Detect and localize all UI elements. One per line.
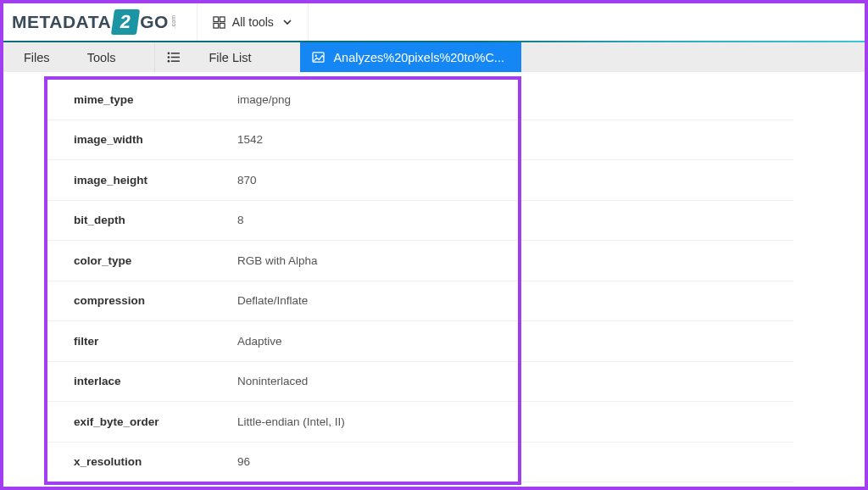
metadata-row: image_height870: [47, 160, 793, 201]
logo-text-pre: METADATA: [12, 12, 111, 32]
metadata-row: mime_typeimage/png: [47, 80, 793, 120]
svg-point-4: [168, 53, 170, 55]
metadata-table: mime_typeimage/pngimage_width1542image_h…: [47, 80, 793, 482]
metadata-row: x_resolution96: [47, 443, 793, 483]
metadata-row: interlaceNoninterlaced: [47, 362, 793, 403]
main-content: mime_typeimage/pngimage_width1542image_h…: [7, 74, 861, 483]
metadata-key: image_height: [47, 174, 236, 187]
grid-icon: [213, 16, 225, 29]
tab-file-list-label: File List: [209, 51, 251, 64]
tab-active-file[interactable]: Analyzes%20pixels%20to%C...: [300, 42, 521, 72]
metadata-row: filterAdaptive: [47, 321, 793, 362]
all-tools-dropdown[interactable]: All tools: [197, 3, 309, 41]
metadata-value: Deflate/Inflate: [236, 294, 308, 307]
metadata-key: color_type: [47, 254, 236, 267]
tab-tools-label: Tools: [87, 51, 116, 64]
metadata-row: compressionDeflate/Inflate: [47, 281, 793, 322]
site-logo[interactable]: METADATA 2 GO .com: [12, 9, 176, 35]
metadata-value: 8: [236, 214, 244, 226]
metadata-key: x_resolution: [47, 455, 236, 468]
top-header: METADATA 2 GO .com All tools: [3, 3, 865, 42]
metadata-value: Noninterlaced: [236, 375, 308, 387]
metadata-key: compression: [47, 294, 236, 307]
metadata-value: Little-endian (Intel, II): [236, 415, 345, 428]
svg-rect-9: [171, 60, 180, 61]
tab-tools[interactable]: Tools: [65, 42, 155, 72]
logo-text-post: GO: [140, 12, 169, 32]
metadata-row: color_typeRGB with Alpha: [47, 241, 793, 281]
metadata-key: image_width: [47, 133, 236, 146]
metadata-key: interlace: [47, 375, 236, 387]
svg-rect-1: [220, 16, 225, 21]
svg-point-6: [168, 56, 170, 58]
metadata-value: Adaptive: [236, 335, 282, 348]
chevron-down-icon: [282, 17, 292, 27]
svg-rect-0: [214, 16, 219, 21]
metadata-value: RGB with Alpha: [236, 254, 318, 267]
tab-bar: Files Tools File List Analyzes%20pixels%…: [3, 42, 865, 72]
metadata-key: bit_depth: [47, 214, 236, 226]
svg-rect-5: [171, 53, 180, 53]
tab-file-list[interactable]: File List: [154, 42, 300, 72]
tab-files[interactable]: Files: [3, 42, 65, 72]
svg-rect-7: [171, 57, 180, 58]
metadata-value: 870: [236, 174, 257, 187]
tab-active-file-label: Analyzes%20pixels%20to%C...: [333, 51, 504, 64]
metadata-row: bit_depth8: [47, 201, 793, 242]
metadata-value: image/png: [236, 93, 291, 106]
metadata-row: exif_byte_orderLittle-endian (Intel, II): [47, 402, 793, 443]
tab-files-label: Files: [24, 51, 50, 64]
metadata-key: filter: [47, 335, 236, 348]
metadata-key: exif_byte_order: [47, 415, 236, 428]
svg-rect-3: [220, 23, 225, 28]
list-icon: [167, 52, 180, 63]
svg-point-8: [168, 60, 170, 63]
logo-digit: 2: [111, 9, 140, 35]
metadata-value: 96: [236, 455, 250, 468]
all-tools-label: All tools: [232, 15, 274, 29]
svg-point-11: [315, 54, 317, 56]
metadata-row: image_width1542: [47, 120, 793, 161]
image-icon: [312, 52, 325, 63]
svg-rect-2: [214, 23, 219, 28]
metadata-key: mime_type: [47, 93, 236, 106]
metadata-value: 1542: [236, 133, 263, 146]
logo-suffix: .com: [170, 15, 176, 28]
